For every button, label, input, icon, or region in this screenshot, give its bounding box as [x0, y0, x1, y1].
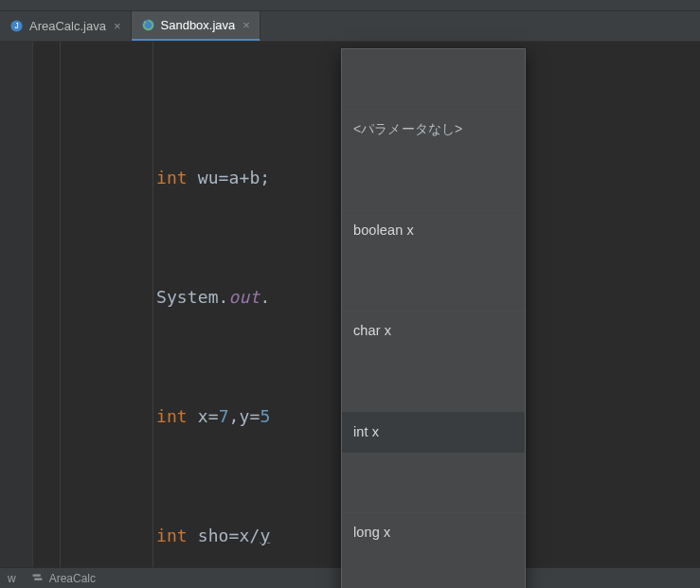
- window-top-strip: [0, 0, 700, 11]
- popup-header: <パラメータなし>: [342, 109, 525, 151]
- popup-item[interactable]: char x: [342, 311, 525, 352]
- java-class-icon: J: [9, 19, 24, 33]
- svg-rect-3: [32, 574, 40, 576]
- stack-icon: [31, 572, 44, 584]
- svg-rect-4: [34, 579, 42, 580]
- close-icon[interactable]: ×: [112, 19, 123, 33]
- popup-item[interactable]: long x: [342, 512, 525, 554]
- editor-area: 1234 5678 9101112 13141516 17 int wu=a+b…: [0, 42, 700, 567]
- editor-tab-bar: J AreaCalc.java × Sandbox.java ×: [0, 11, 700, 42]
- tab-sandbox[interactable]: Sandbox.java ×: [132, 11, 260, 41]
- line-number-gutter: 1234 5678 9101112 13141516 17: [0, 42, 33, 567]
- close-icon[interactable]: ×: [241, 18, 252, 32]
- java-class-refresh-icon: [141, 18, 155, 32]
- indent-guide: [33, 42, 62, 567]
- popup-item[interactable]: boolean x: [342, 210, 525, 252]
- tab-label: Sandbox.java: [161, 18, 236, 32]
- popup-item-selected[interactable]: int x: [342, 412, 525, 454]
- parameter-info-popup: <パラメータなし> boolean x char x int x long x …: [341, 48, 526, 588]
- svg-text:J: J: [14, 21, 18, 30]
- bottom-left-cut: w: [8, 572, 16, 585]
- tab-areacalc[interactable]: J AreaCalc.java ×: [0, 11, 132, 41]
- tab-label: AreaCalc.java: [29, 19, 106, 33]
- code-editor[interactable]: int wu=a+b; System.out.println("wa="+wa)…: [62, 42, 700, 567]
